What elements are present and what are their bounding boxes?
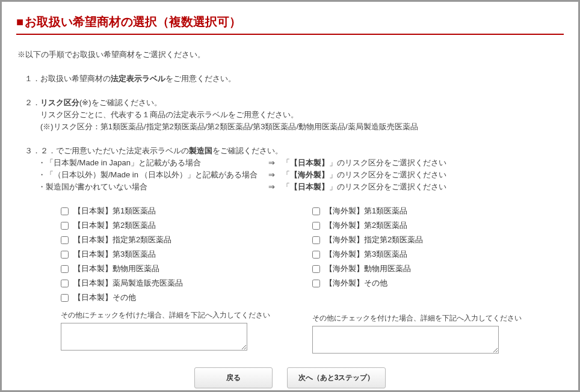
step-3-pre: ２．でご用意いただいた法定表示ラベルの [40,146,189,155]
manu-row-0-p1: 「 [282,158,290,167]
step-1-post: をご用意ください。 [165,74,236,83]
step-1: １．お取扱い希望商材の法定表示ラベルをご用意ください。 [25,73,564,84]
chk-label: 【日本製】第3類医薬品 [73,249,156,260]
chk-ov-3[interactable]: 【海外製】第3類医薬品 [312,249,564,260]
manu-row-0: ・「日本製/Made in Japan」と記載がある場合⇒ 「【日本製】」のリス… [38,158,564,168]
chk-label: 【海外製】動物用医薬品 [325,263,411,274]
manu-row-0-p2: 」のリスク区分をご選択ください [329,158,446,167]
checkbox-jp-4[interactable] [61,265,69,273]
step-1-pre: お取扱い希望商材の [40,74,111,83]
chk-label: 【日本製】第1類医薬品 [73,206,156,216]
checkbox-ov-4[interactable] [312,265,320,273]
arrow-icon: ⇒ [263,170,280,179]
other-note-right: その他にチェックを付けた場合、詳細を下記へ入力してください [312,313,564,323]
intro-text: ※以下の手順でお取扱い希望商材をご選択ください。 [17,49,564,60]
left-column: 【日本製】第1類医薬品 【日本製】第2類医薬品 【日本製】指定第2類医薬品 【日… [61,206,312,355]
manu-row-2-c1: ・製造国が書かれていない場合 [38,182,263,192]
chk-label: 【日本製】第2類医薬品 [73,220,156,231]
checkbox-columns: 【日本製】第1類医薬品 【日本製】第2類医薬品 【日本製】指定第2類医薬品 【日… [61,206,564,355]
manu-row-0-c1: ・「日本製/Made in Japan」と記載がある場合 [38,158,263,168]
chk-jp-4[interactable]: 【日本製】動物用医薬品 [61,263,312,274]
step-2-bold: リスク区分 [40,98,79,107]
step-2: ２．リスク区分(※)をご確認ください。 リスク区分ごとに、代表する１商品の法定表… [25,97,564,132]
chk-label: 【海外製】指定第2類医薬品 [325,234,423,245]
chk-ov-0[interactable]: 【海外製】第1類医薬品 [312,206,564,216]
chk-label: 【海外製】その他 [325,278,387,289]
chk-ov-2[interactable]: 【海外製】指定第2類医薬品 [312,234,564,245]
checkbox-ov-5[interactable] [312,280,320,287]
manu-row-2: ・製造国が書かれていない場合⇒ 「【日本製】」のリスク区分をご選択ください [38,182,564,192]
chk-ov-4[interactable]: 【海外製】動物用医薬品 [312,263,564,274]
manu-row-1-p2: 」のリスク区分をご選択ください [329,170,446,179]
manu-row-2-p2: 」のリスク区分をご選択ください [329,182,446,191]
chk-ov-5[interactable]: 【海外製】その他 [312,278,564,289]
other-input-right[interactable] [312,326,499,354]
checkbox-jp-0[interactable] [61,207,69,215]
chk-label: 【海外製】第3類医薬品 [325,249,407,260]
step-1-bold: 法定表示ラベル [111,74,165,83]
right-column: 【海外製】第1類医薬品 【海外製】第2類医薬品 【海外製】指定第2類医薬品 【海… [312,206,564,355]
manufacture-table: ・「日本製/Made in Japan」と記載がある場合⇒ 「【日本製】」のリス… [38,158,564,192]
checkbox-ov-3[interactable] [312,251,320,259]
title-marker: ■ [16,15,23,28]
steps-list: １．お取扱い希望商材の法定表示ラベルをご用意ください。 ２．リスク区分(※)をご… [25,73,564,192]
step-3-bold: 製造国 [189,146,212,155]
chk-label: 【日本製】指定第2類医薬品 [73,234,171,245]
chk-label: 【海外製】第2類医薬品 [325,220,407,231]
checkbox-jp-3[interactable] [61,251,69,259]
checkbox-jp-5[interactable] [61,280,69,287]
checkbox-ov-0[interactable] [312,207,320,215]
manu-row-1-p1: 「 [282,170,290,179]
button-row: 戻る 次へ（あと3ステップ） [16,367,564,388]
chk-jp-0[interactable]: 【日本製】第1類医薬品 [61,206,312,216]
arrow-icon: ⇒ [263,158,280,167]
step-1-num: １． [25,73,40,84]
chk-jp-6[interactable]: 【日本製】その他 [61,292,312,303]
page-frame: ■お取扱い希望商材の選択（複数選択可） ※以下の手順でお取扱い希望商材をご選択く… [0,0,580,392]
chk-label: 【日本製】動物用医薬品 [73,263,159,274]
other-note-left: その他にチェックを付けた場合、詳細を下記へ入力してください [61,310,312,320]
step-3-num: ３． [25,145,40,156]
chk-label: 【日本製】その他 [73,292,136,303]
step-2-tail: (※)をご確認ください。 [79,98,162,107]
chk-ov-1[interactable]: 【海外製】第2類医薬品 [312,220,564,231]
checkbox-ov-1[interactable] [312,222,320,230]
manu-row-0-bold: 【日本製】 [290,158,329,167]
step-2-num: ２． [25,97,40,108]
manu-row-2-bold: 【日本製】 [290,182,329,191]
manu-row-1: ・「（日本以外）製/Made in （日本以外）」と記載がある場合⇒ 「【海外製… [38,170,564,180]
page-title: ■お取扱い希望商材の選択（複数選択可） [16,14,564,35]
arrow-icon: ⇒ [263,182,280,191]
other-input-left[interactable] [61,323,247,351]
manu-row-1-c1: ・「（日本以外）製/Made in （日本以外）」と記載がある場合 [38,170,263,180]
step-3-post: をご確認ください。 [212,146,283,155]
checkbox-ov-2[interactable] [312,236,320,244]
checkbox-jp-1[interactable] [61,222,69,230]
back-button[interactable]: 戻る [194,367,273,388]
step-2-sub1: リスク区分ごとに、代表する１商品の法定表示ラベルをご用意ください。 [40,109,564,120]
chk-jp-2[interactable]: 【日本製】指定第2類医薬品 [61,234,312,245]
chk-jp-5[interactable]: 【日本製】薬局製造販売医薬品 [61,278,312,289]
title-text: お取扱い希望商材の選択（複数選択可） [25,15,241,28]
chk-jp-1[interactable]: 【日本製】第2類医薬品 [61,220,312,231]
checkbox-jp-6[interactable] [61,294,69,302]
manu-row-1-bold: 【海外製】 [290,170,329,179]
chk-label: 【日本製】薬局製造販売医薬品 [73,278,183,289]
checkbox-jp-2[interactable] [61,236,69,244]
chk-label: 【海外製】第1類医薬品 [325,206,407,216]
chk-jp-3[interactable]: 【日本製】第3類医薬品 [61,249,312,260]
next-button[interactable]: 次へ（あと3ステップ） [287,367,386,388]
manu-row-2-p1: 「 [282,182,290,191]
spacer [312,292,564,306]
step-2-sub2: (※)リスク区分：第1類医薬品/指定第2類医薬品/第2類医薬品/第3類医薬品/動… [40,121,564,132]
step-3: ３．２．でご用意いただいた法定表示ラベルの製造国をご確認ください。 ・「日本製/… [25,145,564,192]
